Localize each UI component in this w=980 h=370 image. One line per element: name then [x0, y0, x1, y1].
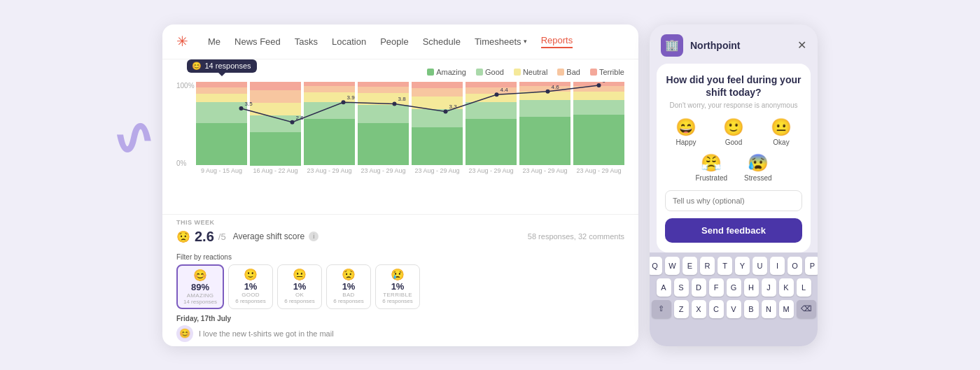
reaction-chip-amazing[interactable]: 😊 89% AMAZING 14 responses — [176, 264, 224, 309]
bar-segment — [519, 92, 570, 100]
key-w[interactable]: W — [665, 257, 680, 275]
this-week-label: THIS WEEK — [176, 219, 624, 226]
nav-people[interactable]: People — [380, 36, 408, 47]
reaction-chip-bad[interactable]: 😟 1% BAD 6 responses — [326, 264, 371, 309]
bar-segment — [465, 87, 517, 94]
bar-segment — [573, 92, 624, 100]
filter-label: Filter by reactions — [176, 253, 624, 261]
key-p[interactable]: P — [805, 257, 818, 275]
key-r[interactable]: R — [700, 257, 715, 275]
emoji-options-row2: 😤 Frustrated 😰 Stressed — [665, 153, 802, 182]
key-o[interactable]: O — [788, 257, 802, 275]
x-axis-label: 23 Aug - 29 Aug — [519, 167, 570, 174]
bar-segment — [196, 87, 247, 94]
bar-tooltip: 😊14 responses — [186, 59, 256, 73]
key-a[interactable]: A — [657, 278, 671, 297]
phone-body: How did you feel during your shift today… — [657, 64, 811, 252]
key-i[interactable]: I — [770, 257, 785, 275]
key-f[interactable]: F — [709, 278, 724, 297]
bar-segment — [573, 86, 624, 92]
keyboard-row: ⇧ZXCVBNM⌫ — [652, 300, 815, 318]
bar-group[interactable] — [250, 82, 301, 166]
nav-schedule[interactable]: Schedule — [423, 36, 461, 47]
score-label: Average shift score — [233, 232, 305, 241]
reaction-chip-good[interactable]: 🙂 1% GOOD 6 responses — [228, 264, 273, 309]
key-l[interactable]: L — [797, 278, 811, 297]
key-q[interactable]: Q — [650, 257, 662, 275]
bar-segment — [465, 102, 517, 119]
nav-tasks[interactable]: Tasks — [295, 36, 318, 47]
key-v[interactable]: V — [727, 300, 741, 318]
x-axis-label: 9 Aug - 15 Aug — [196, 167, 247, 174]
reaction-chip-terrible[interactable]: 😢 1% TERRIBLE 6 responses — [375, 264, 420, 309]
send-feedback-button[interactable]: Send feedback — [665, 218, 802, 243]
legend-dot-bad — [557, 69, 564, 76]
emotion-okay-label: Okay — [773, 138, 789, 146]
comment-avatar: 😊 — [176, 325, 193, 342]
legend-bad: Bad — [557, 68, 580, 76]
bar-group[interactable] — [519, 82, 570, 166]
bar-group[interactable] — [304, 82, 355, 166]
key-x[interactable]: X — [692, 300, 706, 318]
bar-segment — [250, 132, 301, 166]
nav-reports[interactable]: Reports — [541, 35, 573, 48]
filter-section: Filter by reactions 😊 89% AMAZING 14 res… — [162, 249, 638, 312]
key-e[interactable]: E — [682, 257, 697, 275]
backspace-key[interactable]: ⌫ — [797, 300, 816, 318]
x-axis-label: 23 Aug - 29 Aug — [573, 167, 624, 174]
emotion-frustrated-label: Frustrated — [695, 174, 727, 182]
key-g[interactable]: G — [727, 278, 741, 297]
bar-group[interactable] — [465, 82, 517, 166]
key-z[interactable]: Z — [674, 300, 689, 318]
emotion-good[interactable]: 🙂 Good — [713, 118, 755, 146]
bar-segment — [358, 93, 409, 105]
emotion-happy-label: Happy — [676, 138, 696, 146]
bar-group[interactable] — [412, 82, 463, 166]
bar-group[interactable] — [358, 82, 409, 166]
shift-key[interactable]: ⇧ — [652, 300, 671, 318]
key-c[interactable]: C — [709, 300, 724, 318]
bar-group[interactable]: 😊14 responses — [196, 82, 247, 166]
key-h[interactable]: H — [744, 278, 759, 297]
bar-segment — [519, 86, 570, 92]
legend-neutral: Neutral — [514, 68, 547, 76]
bar-segment — [412, 109, 463, 127]
why-input[interactable] — [665, 190, 802, 211]
key-m[interactable]: M — [779, 300, 794, 318]
key-t[interactable]: T — [718, 257, 732, 275]
key-y[interactable]: Y — [735, 257, 750, 275]
nav-me[interactable]: Me — [208, 36, 220, 47]
keyboard: QWERTYUIOPASDFGHJKL⇧ZXCVBNM⌫ — [650, 252, 818, 346]
bar-segment — [412, 82, 463, 89]
bar-segment — [465, 94, 517, 102]
key-s[interactable]: S — [674, 278, 689, 297]
phone-title: Northpoint — [690, 40, 790, 51]
key-u[interactable]: U — [752, 257, 767, 275]
key-k[interactable]: K — [779, 278, 794, 297]
emotion-stressed[interactable]: 😰 Stressed — [744, 153, 771, 182]
bar-segment — [519, 100, 570, 117]
bar-segment — [573, 115, 624, 165]
emotion-frustrated[interactable]: 😤 Frustrated — [695, 153, 727, 182]
bar-segment — [412, 88, 463, 97]
nav-newsfeed[interactable]: News Feed — [234, 36, 281, 47]
close-icon[interactable]: ✕ — [797, 38, 806, 52]
reaction-chip-ok[interactable]: 😐 1% OK 6 responses — [277, 264, 322, 309]
emotion-okay[interactable]: 😐 Okay — [760, 118, 802, 146]
key-d[interactable]: D — [692, 278, 706, 297]
info-icon[interactable]: i — [309, 232, 318, 241]
bar-segment — [412, 127, 463, 165]
legend-amazing: Amazing — [427, 68, 466, 76]
legend-dot-neutral — [514, 69, 521, 76]
emotion-happy[interactable]: 😄 Happy — [665, 118, 707, 146]
bar-group[interactable] — [573, 82, 624, 166]
phone-app-icon: 🏢 — [661, 34, 683, 57]
key-b[interactable]: B — [744, 300, 759, 318]
key-n[interactable]: N — [762, 300, 776, 318]
comment-section: Friday, 17th July 😊 I love the new t-shi… — [162, 312, 638, 346]
emotion-stressed-label: Stressed — [744, 174, 771, 182]
nav-timesheets[interactable]: Timesheets ▾ — [475, 36, 527, 47]
nav-location[interactable]: Location — [332, 36, 366, 47]
key-j[interactable]: J — [762, 278, 776, 297]
nav-bar: ✳ Me News Feed Tasks Location People Sch… — [162, 24, 638, 59]
